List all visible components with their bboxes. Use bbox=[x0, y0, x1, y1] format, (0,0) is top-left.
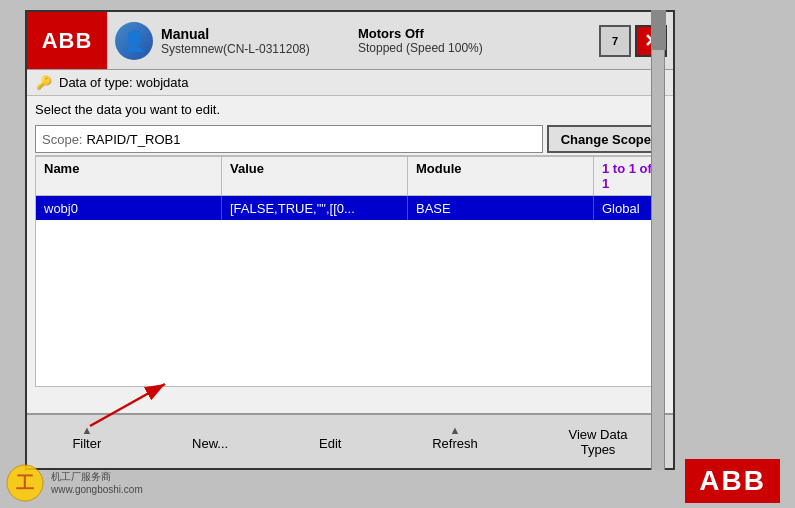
subheader: Select the data you want to edit. bbox=[27, 96, 673, 123]
scrollbar-thumb[interactable] bbox=[652, 10, 666, 50]
title-text: Manual Systemnew(CN-L-0311208) bbox=[161, 26, 310, 56]
refresh-label: Refresh bbox=[432, 436, 478, 451]
title-bar: ABB Manual Systemnew(CN-L-0311208) Motor… bbox=[27, 12, 673, 70]
edit-label: Edit bbox=[319, 436, 341, 451]
refresh-button[interactable]: ▲ Refresh bbox=[432, 432, 478, 451]
refresh-arrow-up: ▲ bbox=[450, 424, 461, 436]
data-type-header: 🔑 Data of type: wobjdata bbox=[27, 70, 673, 96]
mode-label: Manual bbox=[161, 26, 310, 42]
edit-button[interactable]: Edit bbox=[319, 432, 341, 451]
cell-module: BASE bbox=[408, 196, 594, 220]
system-label: Systemnew(CN-L-0311208) bbox=[161, 42, 310, 56]
col-header-name: Name bbox=[36, 157, 222, 195]
range-count: 1 to 1 of 1 bbox=[602, 161, 652, 191]
motors-status: Motors Off bbox=[358, 26, 424, 41]
table-row[interactable]: wobj0 [FALSE,TRUE,"",[[0... BASE Global bbox=[36, 196, 664, 220]
svg-text:工: 工 bbox=[16, 473, 34, 493]
filter-button[interactable]: ▲ Filter bbox=[72, 432, 101, 451]
table-body: wobj0 [FALSE,TRUE,"",[[0... BASE Global bbox=[36, 196, 664, 386]
watermark-line2: www.gongboshi.com bbox=[51, 483, 143, 496]
data-type-label: Data of type: wobjdata bbox=[59, 75, 188, 90]
scrollbar-track[interactable] bbox=[651, 10, 665, 470]
col-header-module: Module bbox=[408, 157, 594, 195]
bottom-logo-text: ABB bbox=[699, 465, 766, 496]
change-scope-button[interactable]: Change Scope bbox=[547, 125, 665, 153]
watermark-icon: 工 bbox=[5, 463, 45, 503]
key-icon: 🔑 bbox=[35, 74, 53, 92]
menu-icon: 7 bbox=[612, 35, 618, 47]
scope-value: RAPID/T_ROB1 bbox=[86, 132, 180, 147]
cell-value: [FALSE,TRUE,"",[[0... bbox=[222, 196, 408, 220]
title-info: Manual Systemnew(CN-L-0311208) bbox=[107, 12, 350, 69]
abb-logo: ABB bbox=[27, 12, 107, 69]
view-data-label: View Data bbox=[569, 427, 628, 442]
watermark-line1: 机工厂服务商 bbox=[51, 470, 143, 483]
scope-row: Scope: RAPID/T_ROB1 Change Scope bbox=[27, 123, 673, 155]
watermark-text: 机工厂服务商 www.gongboshi.com bbox=[51, 470, 143, 496]
main-window: ABB Manual Systemnew(CN-L-0311208) Motor… bbox=[25, 10, 675, 470]
filter-label: Filter bbox=[72, 436, 101, 451]
cell-name: wobj0 bbox=[36, 196, 222, 220]
col-header-value: Value bbox=[222, 157, 408, 195]
view-data-types-button[interactable]: View Data Types bbox=[569, 427, 628, 457]
abb-logo-text: ABB bbox=[42, 28, 93, 54]
menu-button[interactable]: 7 bbox=[599, 25, 631, 57]
new-label: New... bbox=[192, 436, 228, 451]
toolbar: ▲ Filter New... Edit ▲ Refresh View Data… bbox=[27, 413, 673, 468]
speed-status: Stopped (Speed 100%) bbox=[358, 41, 483, 55]
status-area: Motors Off Stopped (Speed 100%) bbox=[350, 12, 593, 69]
view-types-label: Types bbox=[581, 442, 616, 457]
new-button[interactable]: New... bbox=[192, 432, 228, 451]
scope-label: Scope: bbox=[42, 132, 82, 147]
subheader-text: Select the data you want to edit. bbox=[35, 102, 220, 117]
watermark: 工 机工厂服务商 www.gongboshi.com bbox=[5, 463, 143, 503]
table-header: Name Value Module 1 to 1 of 1 bbox=[36, 156, 664, 196]
bottom-abb-logo: ABB bbox=[685, 459, 780, 503]
scope-label-box: Scope: RAPID/T_ROB1 bbox=[35, 125, 543, 153]
user-icon bbox=[115, 22, 153, 60]
table-container: Name Value Module 1 to 1 of 1 wobj0 [FAL… bbox=[35, 155, 665, 387]
filter-arrow-up: ▲ bbox=[81, 424, 92, 436]
